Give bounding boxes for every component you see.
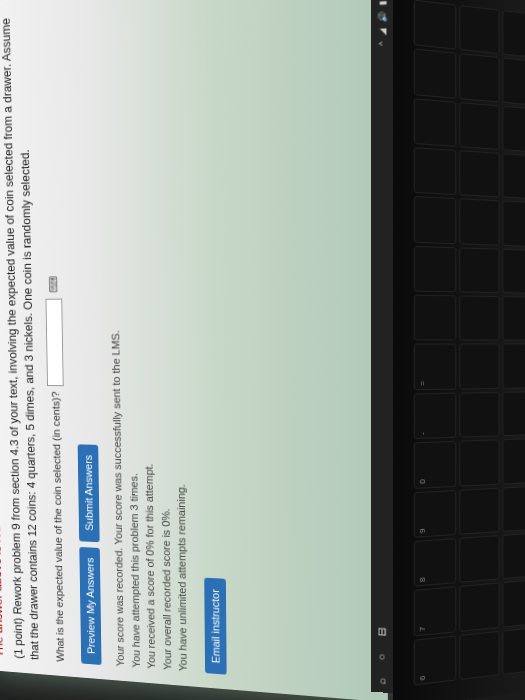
physical-key xyxy=(459,487,500,534)
problem-text: (1 point) Rework problem 9 from section … xyxy=(0,13,43,661)
physical-key xyxy=(459,102,500,150)
physical-key: 7 xyxy=(414,587,456,637)
physical-key: 8 xyxy=(414,538,456,587)
physical-key: 0 xyxy=(414,441,456,489)
volume-icon[interactable]: 🔊 xyxy=(378,11,388,23)
physical-key xyxy=(414,147,456,195)
feedback-block: Your score was recorded. Your score was … xyxy=(103,0,191,672)
physical-key xyxy=(503,391,525,436)
physical-key: = xyxy=(414,344,456,390)
physical-key xyxy=(503,626,525,675)
physical-key xyxy=(414,49,456,99)
physical-key xyxy=(414,0,456,50)
physical-key xyxy=(459,247,500,293)
physical-key xyxy=(503,201,525,247)
physical-key: 9 xyxy=(414,490,456,538)
battery-icon[interactable]: ▮ xyxy=(378,0,388,6)
system-tray: ^ ◢ 🔊 ▮ xyxy=(378,0,388,46)
answer-input[interactable] xyxy=(45,298,63,386)
physical-key xyxy=(459,440,500,487)
physical-key xyxy=(503,58,525,106)
physical-key xyxy=(414,246,456,293)
physical-key xyxy=(503,579,525,627)
physical-key xyxy=(503,10,525,59)
question-row: What is the expected value of the coin s… xyxy=(40,10,68,662)
wifi-icon[interactable]: ◢ xyxy=(378,28,388,35)
taskview-icon[interactable]: ⊟ xyxy=(376,622,390,637)
problem-body: Rework problem 9 from section 4.3 of you… xyxy=(0,18,41,661)
physical-key xyxy=(459,631,500,681)
preview-answers-button[interactable]: Preview My Answers xyxy=(79,547,101,665)
search-icon[interactable]: ⌕ xyxy=(376,670,390,685)
physical-key xyxy=(459,344,500,389)
physical-key xyxy=(503,296,525,341)
physical-key xyxy=(503,249,525,294)
question-text: What is the expected value of the coin s… xyxy=(50,391,66,662)
email-instructor-button[interactable]: Email instructor xyxy=(204,578,226,675)
problem-points: (1 point) xyxy=(12,617,25,659)
physical-key xyxy=(414,295,456,341)
submit-answers-button[interactable]: Submit Answers xyxy=(78,444,100,542)
laptop-keyboard: 6 7 8 9 0 - = xyxy=(393,0,525,700)
cortana-icon[interactable]: ○ xyxy=(376,646,390,661)
physical-key: 6 xyxy=(414,635,456,685)
windows-taskbar: ⌕ ○ ⊟ ^ ◢ 🔊 ▮ xyxy=(371,0,395,693)
webwork-screen: The answer above is NOT correct. (1 poin… xyxy=(0,0,389,700)
physical-key xyxy=(503,344,525,389)
physical-key xyxy=(459,583,500,632)
physical-key xyxy=(459,392,500,438)
physical-key: - xyxy=(414,393,456,440)
physical-key xyxy=(459,296,500,341)
physical-key xyxy=(459,5,500,55)
physical-key xyxy=(459,53,500,102)
physical-key xyxy=(459,199,500,246)
physical-key xyxy=(503,106,525,153)
physical-key xyxy=(459,150,500,197)
physical-key xyxy=(414,98,456,147)
physical-key xyxy=(503,532,525,579)
physical-key xyxy=(459,535,500,583)
physical-key xyxy=(503,485,525,532)
tray-up-icon[interactable]: ^ xyxy=(378,41,388,46)
physical-key xyxy=(414,196,456,244)
keyboard-icon[interactable]: ⌨ xyxy=(47,276,60,293)
physical-key xyxy=(503,438,525,484)
physical-key xyxy=(503,153,525,200)
button-row: Preview My Answers Submit Answers xyxy=(70,8,101,665)
